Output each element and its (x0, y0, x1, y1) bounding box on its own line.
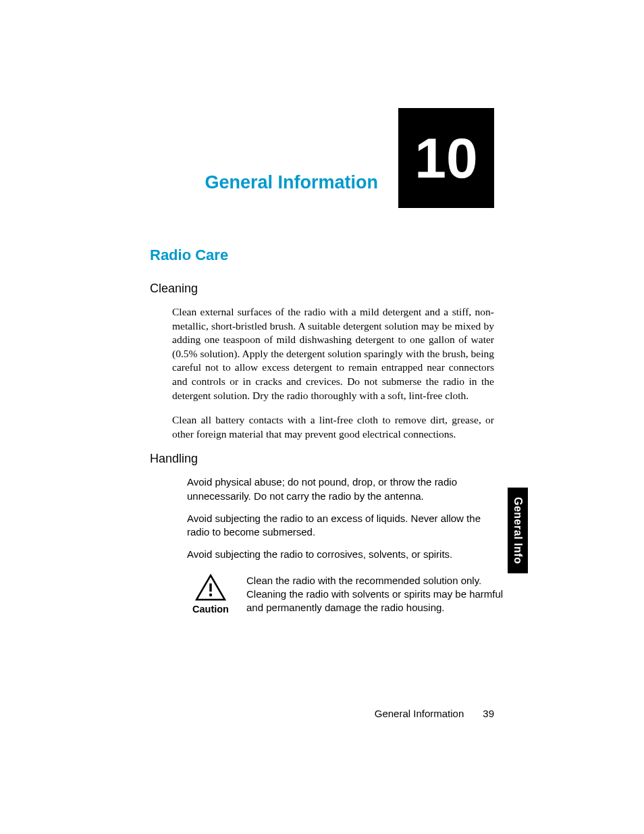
chapter-title: General Information (205, 172, 378, 208)
content-area: Radio Care Cleaning Clean external surfa… (150, 246, 494, 615)
handling-paragraph-3: Avoid subjecting the radio to corrosives… (187, 548, 491, 561)
caution-icon-column: Caution (187, 574, 234, 615)
cleaning-paragraph-1: Clean external surfaces of the radio wit… (172, 305, 494, 402)
svg-rect-0 (209, 583, 211, 592)
caution-text: Clean the radio with the recommended sol… (246, 574, 504, 615)
handling-paragraph-2: Avoid subjecting the radio to an excess … (187, 512, 491, 540)
handling-paragraph-1: Avoid physical abuse; do not pound, drop… (187, 475, 491, 503)
cleaning-paragraph-2: Clean all battery contacts with a lint-f… (172, 413, 494, 441)
footer-page-number: 39 (483, 708, 494, 719)
side-tab: General Info (508, 488, 528, 573)
chapter-number-box: 10 (398, 108, 494, 208)
svg-point-1 (209, 594, 212, 596)
section-heading-radio-care: Radio Care (150, 246, 494, 264)
subsection-heading-cleaning: Cleaning (150, 282, 494, 296)
caution-label: Caution (192, 604, 229, 615)
footer-section-name: General Information (375, 708, 464, 719)
warning-triangle-icon (195, 574, 226, 601)
caution-block: Caution Clean the radio with the recomme… (187, 574, 504, 615)
chapter-header: General Information 10 (205, 108, 494, 208)
page-footer: General Information 39 (375, 708, 494, 719)
subsection-heading-handling: Handling (150, 452, 494, 466)
